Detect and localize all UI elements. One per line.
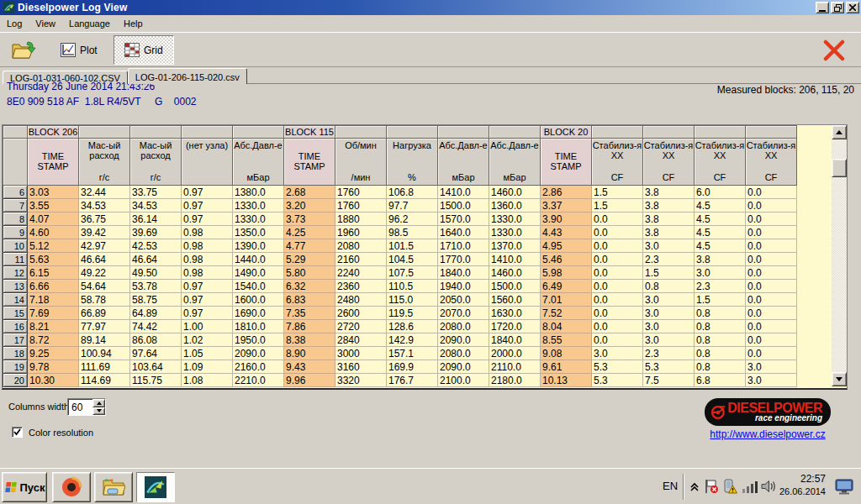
scroll-up-button[interactable] [832,125,847,139]
row-header-button[interactable]: 17 [3,333,28,347]
grid-cell: 8.21 [28,320,79,333]
row-header-button[interactable]: 7 [3,199,28,213]
columns-width-spinner[interactable]: 60 [67,398,106,416]
color-resolution-label: Color resolution [29,428,93,438]
grid-cell: 119.5 [387,307,438,320]
open-file-button[interactable] [7,36,40,64]
grid-block-empty [746,126,797,139]
grid-cell: 7.52 [541,307,592,320]
close-button[interactable] [846,2,859,13]
row-header-button[interactable]: 10 [3,239,28,253]
arrow-down-icon [836,377,843,381]
grid-cell: 1500.0 [489,280,541,293]
row-header-button[interactable]: 16 [3,320,28,333]
column-title: Абс.Давл-е [439,140,487,150]
grid-cell: 110.5 [387,280,438,293]
spin-down-button[interactable] [92,407,105,416]
grid-cell: 2080.0 [438,320,489,333]
row-header-button[interactable]: 8 [3,213,28,226]
row-header-button[interactable]: 11 [3,253,28,266]
minimize-button[interactable] [816,2,829,13]
row-header-button[interactable]: 9 [3,226,28,239]
table-row: 157.6966.8964.890.971690.07.352600119.52… [3,307,797,320]
grid-cell: 4.43 [541,226,592,239]
columns-width-value[interactable]: 60 [68,399,92,415]
grid-column-header-text: TIME STAMP [284,139,335,185]
taskbar-clock[interactable]: 22:57 26.06.2014 [777,473,826,498]
grid-cell: 2090.0 [233,347,284,360]
grid-cell: 2.3 [695,280,746,293]
row-header-button[interactable]: 15 [3,307,28,320]
grid-cell: 2080 [335,239,387,253]
grid-cell: 53.78 [130,280,182,293]
row-header-button[interactable]: 14 [3,293,28,307]
vertical-scrollbar[interactable] [832,125,847,386]
grid-cell: 86.08 [130,333,182,347]
row-header-button[interactable]: 18 [3,347,28,360]
grid-cell: 8.04 [541,320,592,333]
grid-column-header-text: Стабилиз-я ХХCF [746,139,796,185]
row-header-button[interactable]: 13 [3,280,28,293]
grid-cell: 0.0 [592,293,643,307]
website-link[interactable]: http://www.dieselpower.cz [705,428,831,440]
menu-item-log[interactable]: Log [0,16,29,31]
spin-up-button[interactable] [92,399,105,407]
column-title: Стабилиз-я ХХ [644,140,694,160]
grid-cell: 0.0 [746,293,797,307]
restore-button[interactable] [831,2,844,13]
tray-network-button[interactable] [742,479,758,494]
taskbar-explorer-button[interactable] [94,472,133,502]
menu-item-language[interactable]: Language [62,16,117,31]
menu-item-help[interactable]: Help [117,16,150,31]
language-indicator[interactable]: EN [663,480,678,492]
grid-cell: 4.5 [695,199,746,213]
grid-cell: 1880 [335,213,387,226]
grid-button[interactable]: Grid [114,35,174,65]
grid-cell: 176.7 [387,374,438,387]
grid-cell: 8.90 [284,347,335,360]
column-unit: CF [714,173,726,182]
color-resolution-checkbox[interactable] [12,427,23,438]
grid-block-header: BLOCK 206 [28,126,79,139]
grid-cell: 8.55 [541,333,592,347]
grid-cell: 128.6 [387,320,438,333]
grid-cell: 1390.0 [233,239,284,253]
grid-cell: 3.0 [695,266,746,280]
grid-column-header: Абс.Давл-емБар [489,139,541,186]
start-button[interactable]: Пуск [2,472,47,502]
tray-flag-button[interactable] [704,479,719,494]
grid-cell: 1840.0 [489,333,541,347]
grid-cell: 9.25 [28,347,79,360]
row-header-button[interactable]: 12 [3,266,28,280]
grid-cell: 66.89 [79,307,130,320]
grid-cell: 3.0 [643,307,695,320]
row-header-button[interactable]: 20 [3,374,28,387]
menu-item-view[interactable]: View [29,16,62,31]
grid-cell: 1640.0 [438,226,489,239]
show-desktop-button[interactable] [834,478,854,495]
tab-2[interactable]: LOG-01-206-115-020.csv [128,68,247,84]
plot-button[interactable]: Plot [52,37,106,63]
scrollbar-thumb[interactable] [832,159,847,177]
tray-chevron-button[interactable] [687,479,702,494]
row-header-button[interactable]: 19 [3,360,28,374]
grid-cell: 97.7 [387,199,438,213]
grid-cell: 0.0 [746,186,797,199]
grid-block-empty [489,126,541,139]
taskbar-logview-button[interactable] [136,472,175,502]
tray-volume-button[interactable] [761,479,776,494]
exit-button[interactable] [817,38,851,63]
scroll-down-button[interactable] [832,372,847,386]
taskbar-browser-button[interactable] [52,472,91,502]
table-row: 136.6654.6453.780.971540.06.322360110.51… [3,280,797,293]
grid-cell: 9.43 [284,360,335,374]
grid-cell: 6.0 [695,186,746,199]
clock-time: 22:57 [777,473,826,486]
column-unit: CF [765,173,778,182]
tray-device-button[interactable] [722,479,737,494]
grid-cell: 3160 [335,360,387,374]
row-header-button[interactable]: 6 [3,186,28,199]
grid-cell: 49.22 [79,266,130,280]
grid-cell: 0.0 [746,347,797,360]
title-bar: Dieselpower Log View [0,0,861,15]
